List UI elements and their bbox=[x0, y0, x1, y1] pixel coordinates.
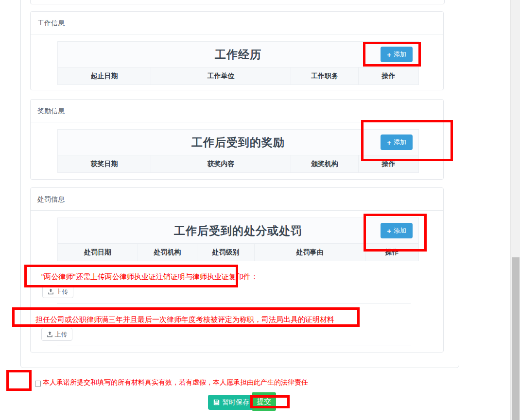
section-work-info: 工作信息 工作经历 + 添加 起止日期 工作单位 工作职务 操作 bbox=[30, 11, 444, 90]
plus-icon: + bbox=[387, 227, 391, 235]
upload-icon bbox=[48, 288, 54, 295]
section-work-info-header: 工作信息 bbox=[31, 12, 443, 34]
save-button-label: 暂时保存 bbox=[222, 398, 249, 407]
divider bbox=[57, 346, 411, 346]
table-title-row: 工作经历 + 添加 bbox=[58, 42, 418, 67]
table-title: 工作后受到的奖励 bbox=[191, 135, 285, 150]
agreement-text: 本人承诺所提交和填写的所有材料真实有效，若有虚假，本人愿承担由此产生的法律责任 bbox=[43, 378, 308, 387]
agreement-checkbox[interactable] bbox=[35, 381, 41, 386]
column-header: 获奖日期 bbox=[58, 155, 151, 172]
table-header-row: 处罚日期 处罚机构 处罚级别 处罚事由 操作 bbox=[58, 244, 418, 261]
scrollbar-track[interactable] bbox=[510, 0, 520, 420]
column-header: 获奖内容 bbox=[151, 155, 291, 172]
section-title: 奖励信息 bbox=[37, 107, 65, 115]
add-work-experience-button[interactable]: + 添加 bbox=[381, 47, 413, 62]
section-title: 工作信息 bbox=[37, 19, 65, 27]
column-header: 工作职务 bbox=[291, 67, 359, 84]
column-header: 处罚机构 bbox=[138, 244, 197, 261]
column-header: 颁奖机构 bbox=[291, 155, 359, 172]
table-title: 工作后受到的处分或处罚 bbox=[174, 223, 302, 238]
column-header: 处罚日期 bbox=[58, 244, 138, 261]
divider bbox=[57, 303, 411, 303]
previous-card-bottom-edge bbox=[30, 0, 445, 4]
page: 工作信息 工作经历 + 添加 起止日期 工作单位 工作职务 操作 奖励信息 bbox=[0, 0, 520, 420]
table-header-row: 获奖日期 获奖内容 颁奖机构 操作 bbox=[58, 155, 418, 172]
plus-icon: + bbox=[387, 139, 391, 146]
upload-icon bbox=[47, 331, 53, 337]
submit-button-label: 提交 bbox=[257, 397, 271, 406]
scrollbar-thumb[interactable] bbox=[512, 257, 520, 420]
upload-button-label: 上传 bbox=[56, 287, 69, 296]
table-title-row: 工作后受到的奖励 + 添加 bbox=[58, 130, 418, 155]
add-penalty-button[interactable]: + 添加 bbox=[381, 223, 413, 238]
table-title: 工作经历 bbox=[215, 47, 261, 62]
upload-note-company-lawyer-proof: 担任公司或公职律师满三年并且最后一次律师年度考核被评定为称职，司法局出具的证明材… bbox=[35, 315, 334, 324]
column-header: 操作 bbox=[359, 155, 418, 172]
annotation-box-checkbox bbox=[6, 370, 32, 391]
upload-note-two-public-lawyers: "两公律师"还需上传两公律师执业证注销证明与律师执业证复印件： bbox=[41, 272, 258, 282]
column-header: 工作单位 bbox=[151, 67, 291, 84]
upload-button-company-lawyer-proof[interactable]: 上传 bbox=[41, 328, 72, 341]
column-header: 处罚级别 bbox=[197, 244, 255, 261]
submit-button[interactable]: 提交 bbox=[252, 392, 276, 411]
section-award-info: 奖励信息 工作后受到的奖励 + 添加 获奖日期 获奖内容 颁奖机构 操作 bbox=[30, 99, 444, 180]
column-header: 操作 bbox=[365, 244, 418, 261]
column-header: 操作 bbox=[359, 67, 418, 84]
column-header: 处罚事由 bbox=[255, 244, 365, 261]
add-button-label: 添加 bbox=[394, 226, 406, 235]
section-penalty-info: 处罚信息 工作后受到的处分或处罚 + 添加 处罚日期 处罚机构 处罚级别 处罚事… bbox=[30, 187, 444, 353]
section-penalty-info-header: 处罚信息 bbox=[31, 188, 443, 211]
plus-icon: + bbox=[387, 51, 391, 58]
column-header: 起止日期 bbox=[58, 67, 151, 84]
add-award-button[interactable]: + 添加 bbox=[381, 134, 413, 150]
temp-save-button[interactable]: 暂时保存 bbox=[208, 395, 255, 410]
work-experience-table: 工作经历 + 添加 起止日期 工作单位 工作职务 操作 bbox=[57, 41, 419, 85]
table-header-row: 起止日期 工作单位 工作职务 操作 bbox=[58, 67, 418, 84]
add-button-label: 添加 bbox=[394, 138, 406, 147]
table-title-row: 工作后受到的处分或处罚 + 添加 bbox=[58, 218, 418, 244]
upload-button-two-public-lawyers[interactable]: 上传 bbox=[42, 285, 73, 298]
section-title: 处罚信息 bbox=[37, 195, 65, 203]
upload-button-label: 上传 bbox=[55, 330, 68, 339]
section-award-info-header: 奖励信息 bbox=[31, 100, 443, 122]
add-button-label: 添加 bbox=[394, 50, 406, 59]
save-icon bbox=[213, 399, 220, 405]
penalties-table: 工作后受到的处分或处罚 + 添加 处罚日期 处罚机构 处罚级别 处罚事由 操作 bbox=[57, 218, 419, 261]
awards-table: 工作后受到的奖励 + 添加 获奖日期 获奖内容 颁奖机构 操作 bbox=[57, 129, 419, 173]
